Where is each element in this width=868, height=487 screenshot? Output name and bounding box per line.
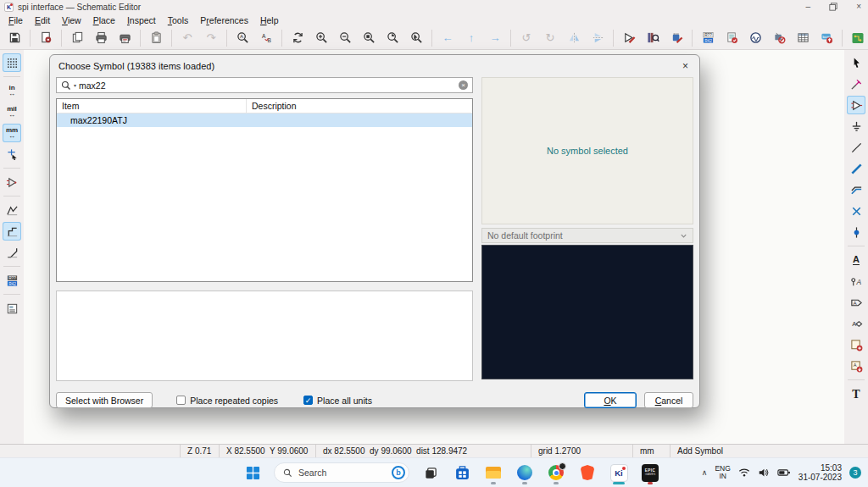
symbol-list-row-selected[interactable]: max22190ATJ [57, 113, 472, 127]
refresh-icon[interactable] [287, 28, 309, 48]
menu-place[interactable]: Place [87, 15, 121, 25]
draw-bus-icon[interactable] [847, 159, 865, 178]
microsoft-store-icon[interactable] [452, 460, 472, 485]
symbol-search-input[interactable] [79, 80, 456, 91]
hierarchical-sheet-icon[interactable] [847, 335, 865, 354]
place-power-port-icon[interactable] [847, 117, 865, 136]
mirror-horizontal-icon[interactable] [563, 28, 585, 48]
junction-icon[interactable] [847, 223, 865, 241]
symbol-library-browser-icon[interactable] [642, 28, 664, 48]
pcb-editor-icon[interactable] [847, 28, 868, 48]
zoom-in-icon[interactable] [310, 28, 332, 48]
place-repeated-copies-option[interactable]: Place repeated copies [176, 396, 278, 406]
nav-up-icon[interactable]: ↑ [460, 28, 482, 48]
symbol-editor-icon[interactable] [618, 28, 640, 48]
annotate-icon[interactable]: R??R42 [697, 28, 719, 48]
mirror-vertical-icon[interactable] [587, 28, 609, 48]
start-button[interactable] [242, 460, 263, 485]
tray-expand-icon[interactable]: ∧ [702, 468, 708, 477]
global-label-icon[interactable]: A [847, 293, 865, 312]
notification-badge[interactable]: 3 [849, 467, 861, 479]
menu-tools[interactable]: Tools [162, 15, 195, 25]
simulator-icon[interactable] [744, 28, 766, 48]
zoom-fit-icon[interactable] [358, 28, 380, 48]
wifi-icon[interactable] [738, 468, 750, 478]
menu-edit[interactable]: Edit [29, 15, 56, 25]
close-button[interactable]: × [856, 3, 861, 11]
unit-inches-icon[interactable]: in↔ [3, 81, 21, 100]
ok-button[interactable]: OK [584, 392, 637, 408]
place-all-units-option[interactable]: ✓ Place all units [303, 396, 372, 406]
file-explorer-icon[interactable] [483, 460, 504, 485]
place-symbol-icon[interactable] [847, 96, 865, 114]
task-view-icon[interactable] [420, 460, 441, 485]
dialog-close-icon[interactable]: × [680, 60, 691, 72]
save-icon[interactable] [3, 28, 25, 48]
menu-help[interactable]: Help [254, 15, 285, 25]
epic-games-icon[interactable]: EPICGAMES [640, 460, 660, 485]
find-replace-icon[interactable]: AB [255, 28, 277, 48]
print-icon[interactable] [90, 28, 112, 48]
annotate-auto-icon[interactable]: R??R42 [3, 271, 21, 290]
select-arrow-icon[interactable] [847, 53, 865, 72]
column-header-description[interactable]: Description [247, 101, 472, 111]
hierarchical-label-icon[interactable]: A [847, 314, 865, 333]
symbol-fields-table-icon[interactable] [792, 28, 814, 48]
menu-view[interactable]: View [56, 15, 87, 25]
zoom-selection-icon[interactable] [405, 28, 427, 48]
paste-icon[interactable] [145, 28, 167, 48]
bom-icon[interactable]: bom [815, 28, 837, 48]
column-header-item[interactable]: Item [57, 99, 247, 113]
chrome-icon[interactable] [546, 460, 566, 485]
nav-back-icon[interactable]: ← [437, 28, 459, 48]
menu-inspect[interactable]: Inspect [121, 15, 162, 25]
maximize-button[interactable] [829, 3, 837, 11]
search-clear-icon[interactable]: × [459, 80, 468, 90]
snap-cursor-icon[interactable] [3, 145, 21, 163]
sketch-90-degree-icon[interactable] [3, 222, 21, 241]
nav-forward-icon[interactable]: → [484, 28, 506, 48]
crossprobe-icon[interactable] [3, 173, 21, 191]
battery-icon[interactable] [777, 468, 791, 478]
cancel-button[interactable]: Cancel [644, 392, 693, 408]
checkbox-checked-icon[interactable]: ✓ [303, 396, 313, 405]
erc-icon[interactable] [721, 28, 743, 48]
brave-icon[interactable] [577, 460, 598, 485]
footprint-editor-icon[interactable] [665, 28, 687, 48]
menu-file[interactable]: File [3, 15, 29, 25]
edge-icon[interactable] [515, 460, 535, 485]
taskbar-search[interactable]: Search b [274, 462, 409, 483]
speaker-icon[interactable] [758, 468, 770, 478]
language-indicator[interactable]: ENG IN [715, 465, 730, 480]
net-label-icon[interactable]: A [847, 251, 865, 269]
draw-wire-icon[interactable] [847, 138, 865, 157]
rotate-ccw-icon[interactable]: ↺ [515, 28, 537, 48]
probe-icon[interactable] [768, 28, 790, 48]
plot-icon[interactable] [114, 28, 136, 48]
checkbox-unchecked-icon[interactable] [176, 396, 186, 405]
rotate-cw-icon[interactable]: ↻ [539, 28, 561, 48]
netclass-directive-icon[interactable]: A [847, 272, 865, 291]
sheet-pin-icon[interactable]: A [847, 357, 865, 375]
unit-mm-icon[interactable]: mm↔ [3, 124, 21, 142]
undo-icon[interactable]: ↶ [176, 28, 198, 48]
no-connect-icon[interactable] [847, 202, 865, 220]
grid-dots-icon[interactable] [3, 53, 21, 72]
find-icon[interactable]: A [231, 28, 253, 48]
new-sheet-icon[interactable] [66, 28, 88, 48]
zoom-objects-icon[interactable] [381, 28, 403, 48]
text-icon[interactable]: T [847, 385, 865, 403]
schematic-canvas[interactable]: Choose Symbol (19383 items loaded) × ▾ × [24, 50, 844, 444]
sketch-free-angle-icon[interactable] [3, 201, 21, 219]
hierarchy-navigator-icon[interactable] [3, 299, 21, 318]
minimize-button[interactable]: – [806, 3, 811, 11]
clock[interactable]: 15:03 31-07-2023 [798, 463, 842, 482]
footprint-select[interactable]: No default footprint [481, 228, 693, 243]
sketch-45-degree-icon[interactable] [3, 243, 21, 262]
search-options-caret-icon[interactable]: ▾ [74, 82, 76, 88]
schematic-setup-icon[interactable] [35, 28, 57, 48]
redo-icon[interactable]: ↷ [200, 28, 222, 48]
menu-preferences[interactable]: Preferences [194, 15, 254, 25]
wire-to-bus-entry-icon[interactable] [847, 180, 865, 199]
zoom-out-icon[interactable] [334, 28, 356, 48]
